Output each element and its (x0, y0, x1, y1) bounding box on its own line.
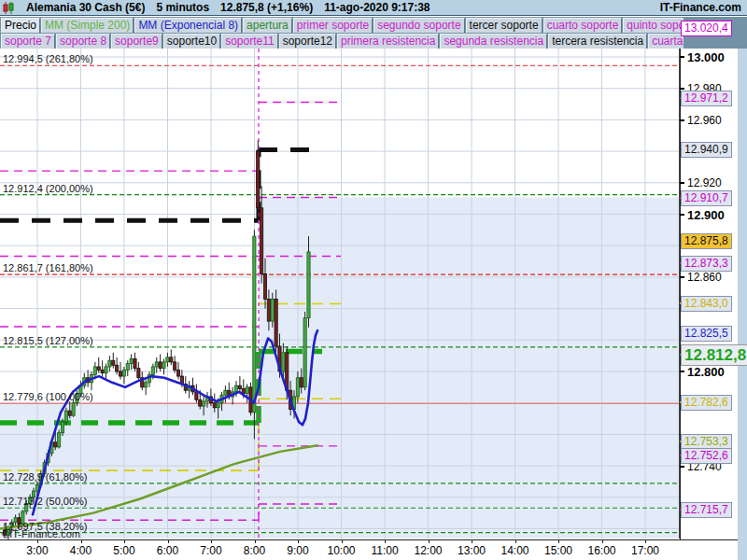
time-axis-tick (602, 540, 603, 543)
price-label-12-800: 12.800 (687, 365, 725, 379)
candle-up (145, 383, 148, 387)
price-axis-tick (680, 276, 684, 278)
price-label-12-960: 12.960 (687, 114, 722, 127)
candle-up (203, 401, 205, 406)
candle-down (199, 399, 202, 406)
time-axis-tick (124, 540, 125, 543)
toolbar-button-soporte-7[interactable]: soporte 7 (1, 34, 55, 49)
time-label-4-00: 4:00 (70, 544, 92, 557)
toolbar-button-primer-soporte[interactable]: primer soporte (293, 18, 373, 33)
toolbar-button-tercer-soporte[interactable]: tercer soporte (466, 18, 543, 33)
price-label-12-920: 12.920 (687, 176, 722, 189)
candle-down (119, 371, 121, 376)
candle-up (64, 411, 67, 422)
candle-down (275, 299, 277, 346)
price-axis-tick (680, 214, 684, 216)
toolbar-button-mm-simple-200[interactable]: MM (Simple 200) (41, 18, 134, 33)
toolbar-button-segunda-resistencia[interactable]: segunda resistencia (440, 34, 547, 49)
fib-label-12-994-5-261-80: 12.994,5 (261,80%) (3, 53, 93, 64)
price-box-12-843-0: 12.843,0 (681, 296, 732, 312)
toolbar-button-cuarta-resistencia[interactable]: cuarta resistencia (648, 34, 684, 49)
candle-down (159, 362, 162, 369)
toolbar-button-soporte10[interactable]: soporte10 (163, 34, 220, 49)
candle-up (61, 422, 63, 433)
candle-up (296, 378, 299, 397)
fib-label-12-815-5-127-00: 12.815,5 (127,00%) (3, 335, 93, 346)
price-box-12-873-3: 12.873,3 (681, 256, 732, 272)
datetime-label: 11-ago-2020 9:17:38 (324, 1, 430, 14)
candle-down (134, 359, 136, 369)
price-box-12-875-8: 12.875,8 (681, 233, 732, 249)
time-label-5-00: 5:00 (113, 544, 134, 557)
price-box-12-910-7: 12.910,7 (681, 190, 732, 206)
candle-down (170, 357, 173, 362)
time-axis-tick (558, 540, 559, 543)
candle-down (112, 360, 115, 365)
toolbar-button-precio[interactable]: Precio (1, 18, 40, 33)
time-label-7-00: 7:00 (200, 544, 221, 557)
candle-up (224, 390, 227, 395)
time-label-6-00: 6:00 (157, 544, 178, 557)
time-axis-tick (168, 540, 169, 543)
price-label-12-900: 12.900 (687, 208, 725, 222)
price-box-13-020-4: 13.020,4 (681, 21, 732, 36)
price-box-12-940-9: 12.940,9 (681, 142, 732, 158)
toolbar-row-1: PrecioMM (Simple 200)MM (Exponencial 8)a… (0, 18, 684, 33)
candle-up (122, 370, 125, 376)
candlestick-chart-icon (3, 2, 15, 14)
candle-down (257, 151, 260, 208)
toolbar-button-cuarto-soporte[interactable]: cuarto soporte (543, 18, 623, 33)
time-axis-tick (472, 540, 472, 543)
candle-up (234, 385, 237, 392)
toolbar-button-soporte11[interactable]: soporte11 (221, 34, 277, 49)
toolbar-button-soporte9[interactable]: soporte9 (111, 34, 162, 49)
candle-up (108, 360, 111, 367)
candle-down (137, 369, 140, 378)
candle-up (72, 403, 75, 415)
watermark: ©IT-Finance.com (2, 528, 80, 539)
price-box-12-971-2: 12.971,2 (681, 91, 732, 106)
price-label-12-860: 12.860 (687, 271, 722, 284)
time-axis-tick (645, 540, 646, 543)
toolbar-button-primera-resistencia[interactable]: primera resistencia (337, 34, 439, 49)
price-box-12-715-7: 12.715,7 (681, 502, 732, 518)
right-edge-strip (738, 49, 747, 560)
price-axis-tick (680, 88, 684, 90)
candle-up (253, 236, 256, 413)
candle-up (162, 362, 165, 369)
toolbar-button-soporte12[interactable]: soporte12 (279, 34, 336, 49)
candle-down (263, 274, 266, 300)
toolbar-button-tercera-resistencia[interactable]: tercera resistencia (548, 34, 647, 49)
brand-label: IT-Finance.com (660, 1, 747, 14)
time-label-11-00: 11:00 (371, 544, 398, 557)
candle-up (130, 359, 133, 364)
time-label-13-00: 13:00 (458, 544, 486, 557)
candle-up (155, 362, 158, 367)
time-axis-tick (429, 540, 430, 543)
toolbar-button-apertura[interactable]: apertura (243, 18, 292, 33)
candle-up (271, 299, 274, 321)
time-label-12-00: 12:00 (414, 544, 442, 557)
candle-down (267, 299, 270, 321)
indicator-toolbar: PrecioMM (Simple 200)MM (Exponencial 8)a… (0, 17, 747, 49)
price-box-12-782-6: 12.782,6 (681, 395, 732, 411)
candle-up (217, 403, 219, 408)
instrument-name: Alemania 30 Cash (5€) (26, 1, 145, 14)
candle-up (105, 367, 107, 373)
chart-plot-area[interactable] (0, 49, 680, 539)
price-axis-tick (680, 119, 684, 121)
candle-up (93, 367, 96, 374)
last-price-change: 12.875,8 (+1,16%) (220, 1, 313, 14)
candle-up (126, 364, 129, 371)
time-axis[interactable]: 3:004:005:006:007:008:009:0010:0011:0012… (0, 539, 738, 560)
toolbar-button-quinto-soporte[interactable]: quinto soporte (623, 18, 684, 33)
toolbar-button-mm-exponencial-8[interactable]: MM (Exponencial 8) (134, 18, 242, 33)
time-axis-tick (515, 540, 516, 543)
candle-down (195, 392, 198, 399)
time-label-8-00: 8:00 (244, 544, 265, 557)
toolbar-button-segundo-soporte[interactable]: segundo soporte (374, 18, 464, 33)
time-label-17-00: 17:00 (631, 544, 659, 557)
candle-down (261, 208, 263, 274)
toolbar-button-soporte-8[interactable]: soporte 8 (56, 34, 110, 49)
candle-down (176, 370, 179, 376)
